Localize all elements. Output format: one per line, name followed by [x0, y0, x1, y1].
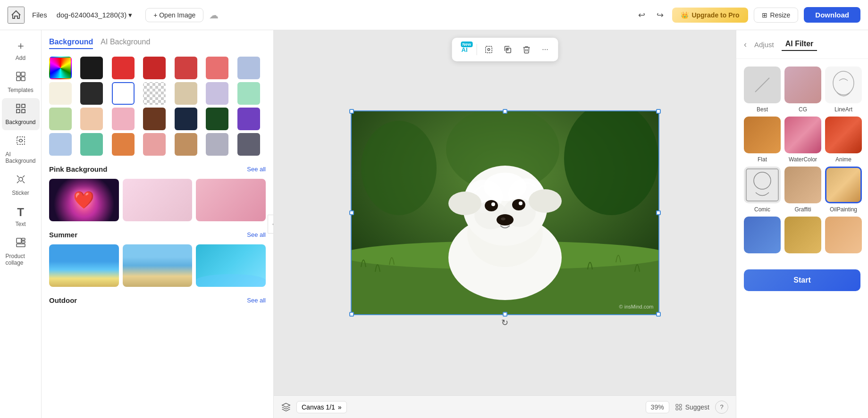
svg-point-46: [754, 172, 771, 189]
color-swatch-teal[interactable]: [80, 133, 103, 156]
upgrade-button[interactable]: 👑 Upgrade to Pro: [672, 8, 748, 23]
color-swatch-red1[interactable]: [112, 57, 135, 79]
color-swatch-purple[interactable]: [237, 108, 260, 130]
copy-tool-button[interactable]: [498, 41, 516, 59]
color-swatch-lightblue[interactable]: [49, 133, 72, 156]
color-swatch-darkgray[interactable]: [80, 82, 103, 105]
color-swatch-darkgreen[interactable]: [206, 108, 228, 130]
color-swatch-brown[interactable]: [143, 108, 166, 130]
crop-tool-button[interactable]: [480, 41, 497, 59]
canvas-zoom[interactable]: 39%: [646, 401, 669, 413]
color-swatch-black[interactable]: [80, 57, 103, 79]
rotate-handle[interactable]: ↻: [499, 317, 511, 328]
filter-extra3[interactable]: [825, 217, 862, 256]
filter-extra1[interactable]: [744, 217, 781, 256]
nav-background[interactable]: Background: [2, 98, 40, 130]
handle-bottom-left[interactable]: [349, 312, 354, 317]
tab-ai-background[interactable]: AI Background: [101, 38, 150, 49]
filter-flat[interactable]: Flat: [744, 117, 781, 163]
filter-graffiti[interactable]: Graffiti: [784, 167, 821, 213]
svg-rect-0: [17, 72, 20, 76]
start-button[interactable]: Start: [744, 269, 860, 291]
ai-tool-button[interactable]: AI New: [455, 41, 473, 59]
right-back-button[interactable]: ‹: [744, 40, 747, 50]
color-swatch-darkgray2[interactable]: [237, 133, 260, 156]
filter-watercolor[interactable]: WaterColor: [784, 117, 821, 163]
color-swatch-navy[interactable]: [175, 108, 197, 130]
handle-left-middle[interactable]: [349, 210, 354, 215]
color-swatch-transparent[interactable]: [143, 82, 166, 105]
svg-rect-9: [17, 238, 21, 243]
tab-adjust[interactable]: Adjust: [750, 39, 778, 50]
color-swatch-silver[interactable]: [206, 133, 228, 156]
bg-thumb-pink-floral[interactable]: [123, 179, 193, 221]
home-button[interactable]: [8, 7, 25, 24]
download-button[interactable]: Download: [804, 7, 860, 23]
bg-thumb-pool[interactable]: [196, 244, 266, 287]
resize-button[interactable]: ⊞ Resize: [754, 8, 799, 23]
filter-comic[interactable]: Comic: [744, 167, 781, 213]
cloud-icon[interactable]: ☁: [209, 9, 219, 21]
pink-see-all[interactable]: See all: [247, 166, 266, 173]
color-swatch-lavender[interactable]: [237, 57, 260, 79]
color-swatch-coral[interactable]: [206, 57, 228, 79]
tab-ai-filter[interactable]: AI Filter: [782, 38, 817, 51]
outdoor-section-header: Outdoor See all: [49, 296, 266, 304]
color-swatch-mint[interactable]: [237, 82, 260, 105]
filter-grid: Best CG LineArt: [736, 59, 868, 264]
open-image-button[interactable]: + Open Image: [145, 8, 203, 22]
bg-thumb-beach[interactable]: [49, 244, 119, 287]
handle-bottom-right[interactable]: [656, 312, 661, 317]
redo-button[interactable]: ↪: [654, 7, 666, 23]
color-swatch-tan[interactable]: [175, 82, 197, 105]
color-swatch-lightlav[interactable]: [206, 82, 228, 105]
handle-top-right[interactable]: [656, 109, 661, 114]
filter-none[interactable]: Best: [744, 67, 781, 113]
nav-product-collage[interactable]: Product collage: [2, 232, 40, 271]
handle-top-middle[interactable]: [503, 109, 507, 114]
filter-extra2[interactable]: [784, 217, 821, 256]
undo-button[interactable]: ↩: [635, 7, 648, 23]
color-swatch-lightgreen[interactable]: [49, 108, 72, 130]
color-swatch-white[interactable]: [112, 82, 135, 105]
tab-background[interactable]: Background: [49, 38, 93, 49]
summer-see-all[interactable]: See all: [247, 231, 266, 238]
nav-templates[interactable]: Templates: [2, 66, 40, 98]
handle-bottom-middle[interactable]: [503, 312, 507, 317]
handle-top-left[interactable]: [349, 109, 354, 114]
canvas-info[interactable]: Canvas 1/1 »: [296, 401, 347, 413]
color-swatch-lightpink[interactable]: [112, 108, 135, 130]
canvas-image-container[interactable]: © insMind.com ↻: [351, 110, 659, 315]
nav-ai-background[interactable]: AI Background: [2, 130, 40, 169]
color-swatch-lightcoral[interactable]: [143, 133, 166, 156]
filter-cg[interactable]: CG: [784, 67, 821, 113]
color-swatch-caramel[interactable]: [175, 133, 197, 156]
color-swatch-orange[interactable]: [112, 133, 135, 156]
filter-lineart[interactable]: LineArt: [825, 67, 862, 113]
filter-thumb-flat: [744, 117, 781, 153]
bg-thumb-sand[interactable]: [123, 244, 193, 287]
outdoor-see-all[interactable]: See all: [247, 297, 266, 304]
color-swatch-gradient[interactable]: [49, 57, 72, 79]
color-swatch-red2[interactable]: [143, 57, 166, 79]
handle-right-middle[interactable]: [656, 210, 661, 215]
bg-thumb-pink-window[interactable]: [196, 179, 266, 221]
layers-button[interactable]: [281, 402, 291, 412]
filename-button[interactable]: dog-6240043_1280(3) ▾: [53, 9, 136, 21]
files-link[interactable]: Files: [32, 11, 47, 19]
nav-add[interactable]: ＋ Add: [2, 34, 40, 66]
nav-text[interactable]: T Text: [2, 201, 40, 232]
bg-thumb-heart[interactable]: ❤️: [49, 179, 119, 221]
color-swatch-red3[interactable]: [175, 57, 197, 79]
filter-anime[interactable]: Anime: [825, 117, 862, 163]
more-tool-button[interactable]: ···: [536, 41, 554, 59]
panel-collapse-button[interactable]: ‹: [268, 215, 274, 234]
filter-thumb-extra3: [825, 217, 862, 253]
color-swatch-peach[interactable]: [80, 108, 103, 130]
delete-tool-button[interactable]: [517, 41, 535, 59]
help-button[interactable]: ?: [715, 401, 728, 414]
nav-sticker[interactable]: Sticker: [2, 169, 40, 201]
suggest-button[interactable]: Suggest: [675, 403, 709, 411]
filter-oilpainting[interactable]: OilPainting: [825, 167, 862, 213]
color-swatch-cream[interactable]: [49, 82, 72, 105]
